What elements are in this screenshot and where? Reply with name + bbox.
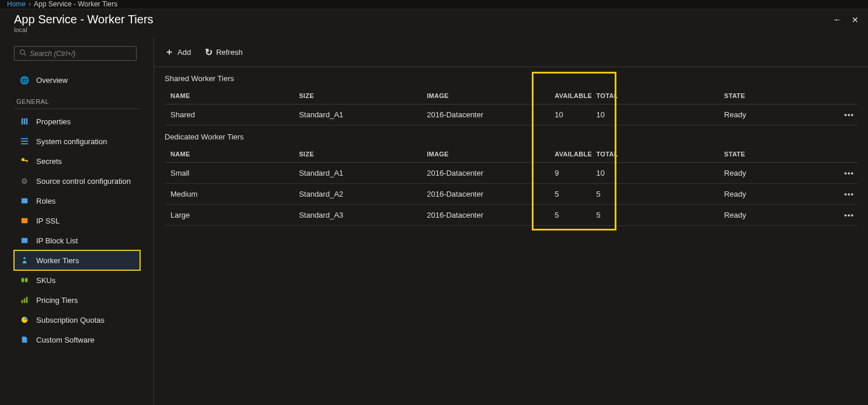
th-total[interactable]: TOTAL <box>593 146 721 163</box>
sidebar-item-skus[interactable]: SKUs <box>14 270 140 290</box>
sidebar-item-label: Subscription Quotas <box>36 316 104 324</box>
th-name[interactable]: NAME <box>165 146 295 163</box>
dedicated-section: Dedicated Worker Tiers NAME SIZE IMAGE A… <box>154 125 868 226</box>
cell-total: 10 <box>593 163 721 184</box>
sidebar-item-label: SKUs <box>36 276 55 285</box>
block-list-icon <box>20 236 29 245</box>
sidebar-item-properties[interactable]: Properties <box>14 111 140 131</box>
row-more-button[interactable]: ••• <box>844 169 854 177</box>
sidebar-section-general: GENERAL <box>14 90 140 109</box>
cell-image: 2016-Datacenter <box>423 163 551 184</box>
sidebar-item-worker-tiers[interactable]: Worker Tiers <box>14 250 140 270</box>
sidebar-item-custom-software[interactable]: Custom Software <box>14 330 140 350</box>
add-button[interactable]: ＋ Add <box>165 46 191 58</box>
search-box[interactable] <box>14 46 137 61</box>
sidebar-item-label: Custom Software <box>36 336 95 344</box>
table-row[interactable]: Large Standard_A3 2016-Datacenter 5 5 Re… <box>165 205 857 226</box>
list-icon <box>20 137 29 146</box>
svg-rect-16 <box>25 278 27 282</box>
cell-image: 2016-Datacenter <box>423 184 551 205</box>
gear-icon: ⚙ <box>20 176 29 186</box>
sidebar-item-roles[interactable]: Roles <box>14 191 140 211</box>
toolbar: ＋ Add ↻ Refresh <box>154 38 868 67</box>
th-state[interactable]: STATE <box>721 146 834 163</box>
cell-state: Ready <box>721 205 834 226</box>
row-more-button[interactable]: ••• <box>844 211 854 219</box>
svg-rect-4 <box>26 118 28 125</box>
cell-available: 5 <box>551 184 592 205</box>
svg-point-0 <box>20 50 25 55</box>
page-title: App Service - Worker Tiers <box>14 13 154 26</box>
sidebar-item-subscription-quotas[interactable]: Subscription Quotas <box>14 310 140 330</box>
breadcrumb-home[interactable]: Home <box>7 0 26 8</box>
sidebar-item-label: IP Block List <box>36 236 78 245</box>
table-row[interactable]: Medium Standard_A2 2016-Datacenter 5 5 R… <box>165 184 857 205</box>
cell-name: Small <box>165 163 295 184</box>
cell-available: 9 <box>551 163 592 184</box>
sidebar-item-label: System configuration <box>36 137 107 146</box>
refresh-icon: ↻ <box>205 47 212 58</box>
sidebar-item-overview[interactable]: 🌐 Overview <box>14 70 140 90</box>
software-icon <box>20 335 29 344</box>
cell-size: Standard_A2 <box>295 184 423 205</box>
cell-image: 2016-Datacenter <box>423 205 551 226</box>
refresh-button[interactable]: ↻ Refresh <box>205 47 243 58</box>
cell-available: 10 <box>551 104 592 125</box>
pricing-icon <box>20 295 29 305</box>
breadcrumb-current: App Service - Worker Tiers <box>34 0 117 8</box>
globe-icon: 🌐 <box>20 75 29 85</box>
svg-rect-13 <box>22 238 28 243</box>
sidebar-item-pricing-tiers[interactable]: Pricing Tiers <box>14 290 140 310</box>
cell-total: 10 <box>593 104 721 125</box>
th-size[interactable]: SIZE <box>295 146 423 163</box>
cell-state: Ready <box>721 163 834 184</box>
table-row[interactable]: Shared Standard_A1 2016-Datacenter 10 10… <box>165 104 857 125</box>
cell-state: Ready <box>721 184 834 205</box>
svg-rect-2 <box>22 118 23 125</box>
cell-size: Standard_A1 <box>295 104 423 125</box>
th-size[interactable]: SIZE <box>295 88 423 104</box>
th-available[interactable]: AVAILABLE <box>551 146 592 163</box>
search-input[interactable] <box>30 50 131 58</box>
sidebar: 🌐 Overview GENERAL Properties System con… <box>0 38 154 405</box>
svg-rect-6 <box>21 141 28 142</box>
sidebar-item-system-configuration[interactable]: System configuration <box>14 131 140 151</box>
th-name[interactable]: NAME <box>165 88 295 104</box>
breadcrumb: Home › App Service - Worker Tiers <box>0 0 868 9</box>
th-available[interactable]: AVAILABLE <box>551 88 592 104</box>
cell-size: Standard_A3 <box>295 205 423 226</box>
sidebar-item-label: Secrets <box>36 157 62 166</box>
svg-rect-17 <box>22 300 23 303</box>
close-icon[interactable]: ✕ <box>852 15 859 25</box>
sidebar-item-label: Roles <box>36 197 55 205</box>
svg-rect-5 <box>21 138 28 139</box>
sidebar-item-source-control[interactable]: ⚙ Source control configuration <box>14 171 140 191</box>
table-row[interactable]: Small Standard_A1 2016-Datacenter 9 10 R… <box>165 163 857 184</box>
key-icon <box>20 156 29 166</box>
svg-rect-10 <box>27 160 28 162</box>
cell-available: 5 <box>551 205 592 226</box>
svg-rect-12 <box>22 218 28 224</box>
shared-section: Shared Worker Tiers NAME SIZE IMAGE AVAI… <box>154 67 868 125</box>
skus-icon <box>20 275 29 285</box>
shared-table: NAME SIZE IMAGE AVAILABLE TOTAL STATE Sh… <box>165 88 857 125</box>
th-state[interactable]: STATE <box>721 88 834 104</box>
th-image[interactable]: IMAGE <box>423 88 551 104</box>
svg-point-14 <box>23 257 26 260</box>
blade-header: App Service - Worker Tiers local ✕ <box>0 9 868 38</box>
row-more-button[interactable]: ••• <box>844 110 854 119</box>
sidebar-item-ip-ssl[interactable]: IP SSL <box>14 211 140 231</box>
dedicated-title: Dedicated Worker Tiers <box>165 132 857 141</box>
row-more-button[interactable]: ••• <box>844 190 854 198</box>
svg-line-1 <box>24 54 26 55</box>
pin-icon[interactable] <box>834 15 841 25</box>
cell-total: 5 <box>593 184 721 205</box>
th-image[interactable]: IMAGE <box>423 146 551 163</box>
sidebar-item-label: Properties <box>36 117 71 126</box>
plus-icon: ＋ <box>165 46 174 58</box>
th-total[interactable]: TOTAL <box>593 88 721 104</box>
worker-tiers-icon <box>20 256 29 265</box>
sidebar-item-secrets[interactable]: Secrets <box>14 151 140 171</box>
svg-rect-11 <box>22 198 28 204</box>
sidebar-item-ip-block-list[interactable]: IP Block List <box>14 231 140 250</box>
